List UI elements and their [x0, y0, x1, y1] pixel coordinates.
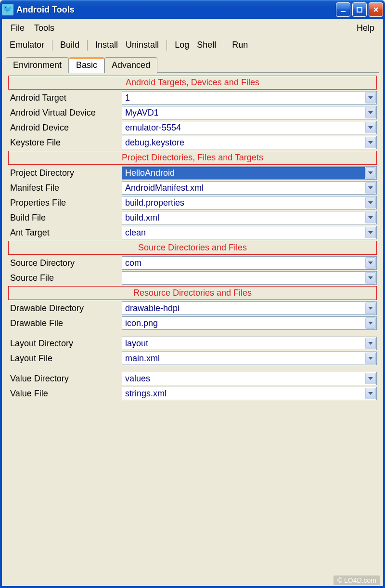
tab-basic[interactable]: Basic	[69, 57, 104, 73]
field-label: Android Virtual Device	[8, 108, 122, 118]
form-row: Properties Filebuild.properties	[8, 196, 377, 209]
combobox-value: MyAVD1	[122, 107, 365, 119]
chevron-down-icon[interactable]	[365, 167, 376, 179]
chevron-down-icon[interactable]	[365, 388, 376, 399]
field-label: Drawable Directory	[8, 303, 122, 314]
form-row: Source File	[8, 271, 377, 285]
chevron-down-icon[interactable]	[365, 227, 376, 238]
tab-environment[interactable]: Environment	[6, 57, 69, 73]
chevron-down-icon[interactable]	[365, 338, 376, 349]
combobox-value: 1	[122, 92, 365, 104]
form-row: Keystore Filedebug.keystore	[8, 136, 377, 149]
tabbar: Environment Basic Advanced	[2, 54, 383, 73]
chevron-down-icon[interactable]	[365, 272, 376, 284]
maximize-button[interactable]	[352, 2, 367, 17]
field-label: Android Target	[8, 93, 122, 103]
chevron-down-icon[interactable]	[365, 92, 376, 104]
toolbar-build[interactable]: Build	[57, 39, 82, 51]
chevron-down-icon[interactable]	[365, 317, 376, 329]
field-label: Source Directory	[8, 258, 122, 268]
chevron-down-icon[interactable]	[365, 107, 376, 118]
combobox[interactable]: AndroidManifest.xml	[122, 181, 377, 195]
toolbar-emulator[interactable]: Emulator	[7, 39, 47, 51]
chevron-down-icon[interactable]	[365, 257, 376, 269]
combobox[interactable]: build.properties	[122, 196, 377, 209]
separator	[167, 40, 167, 51]
combobox[interactable]: values	[122, 372, 377, 385]
section-header: Project Directories, Files and Targets	[8, 151, 377, 165]
toolbar-run[interactable]: Run	[229, 39, 251, 51]
section-header: Source Directories and Files	[8, 241, 377, 255]
combobox[interactable]: build.xml	[122, 211, 377, 224]
toolbar-install[interactable]: Install	[92, 39, 121, 51]
combobox[interactable]: MyAVD1	[122, 106, 377, 119]
field-label: Value File	[8, 389, 122, 399]
form-row: Drawable Directorydrawable-hdpi	[8, 301, 377, 315]
menubar: File Tools Help	[2, 19, 383, 36]
chevron-down-icon[interactable]	[365, 373, 376, 384]
combobox[interactable]: main.xml	[122, 352, 377, 365]
combobox[interactable]: icon.png	[122, 316, 377, 330]
combobox[interactable]: clean	[122, 226, 377, 239]
combobox[interactable]: com	[122, 256, 377, 270]
form-row: Build Filebuild.xml	[8, 211, 377, 224]
menu-file[interactable]: File	[6, 22, 29, 34]
combobox-value: emulator-5554	[122, 122, 365, 134]
toolbar-uninstall[interactable]: Uninstall	[123, 39, 162, 51]
combobox[interactable]: emulator-5554	[122, 121, 377, 134]
toolbar: Emulator Build Install Uninstall Log She…	[2, 36, 383, 54]
combobox[interactable]	[122, 271, 377, 285]
section-header: Resource Directories and Files	[8, 286, 377, 300]
chevron-down-icon[interactable]	[365, 197, 376, 209]
field-label: Keystore File	[8, 138, 122, 148]
close-button[interactable]	[369, 2, 383, 17]
form-row: Android Target1	[8, 91, 377, 105]
combobox-value: build.xml	[122, 212, 365, 224]
combobox-value: icon.png	[122, 317, 365, 329]
combobox-value: layout	[122, 338, 365, 350]
combobox-value: debug.keystore	[122, 137, 365, 149]
combobox[interactable]: drawable-hdpi	[122, 301, 377, 315]
field-label: Ant Target	[8, 228, 122, 238]
menu-tools[interactable]: Tools	[29, 22, 59, 34]
combobox[interactable]: layout	[122, 337, 377, 350]
form-row: Drawable Fileicon.png	[8, 316, 377, 330]
form-row: Value Filestrings.xml	[8, 387, 377, 400]
combobox-value: main.xml	[122, 353, 365, 365]
toolbar-shell[interactable]: Shell	[194, 39, 219, 51]
watermark: © LO4D.com	[334, 575, 380, 585]
combobox-value: AndroidManifest.xml	[122, 182, 365, 194]
field-label: Layout Directory	[8, 339, 122, 349]
window-title: Android Tools	[16, 5, 336, 15]
chevron-down-icon[interactable]	[365, 212, 376, 223]
form-row: Source Directorycom	[8, 256, 377, 270]
minimize-button[interactable]	[336, 2, 350, 17]
chevron-down-icon[interactable]	[365, 122, 376, 133]
chevron-down-icon[interactable]	[365, 182, 376, 194]
field-label: Value Directory	[8, 374, 122, 384]
toolbar-log[interactable]: Log	[172, 39, 192, 51]
field-label: Android Device	[8, 123, 122, 133]
chevron-down-icon[interactable]	[365, 137, 376, 148]
tab-panel-basic: Android Targets, Devices and FilesAndroi…	[6, 72, 379, 582]
field-label: Drawable File	[8, 318, 122, 328]
combobox[interactable]: 1	[122, 91, 377, 105]
app-icon	[2, 4, 13, 15]
form-row: Android Virtual DeviceMyAVD1	[8, 106, 377, 119]
form-row: Layout Directorylayout	[8, 337, 377, 350]
menu-help[interactable]: Help	[352, 22, 379, 34]
separator	[52, 40, 52, 51]
tab-advanced[interactable]: Advanced	[104, 57, 157, 73]
field-label: Source File	[8, 273, 122, 283]
combobox[interactable]: strings.xml	[122, 387, 377, 400]
svg-rect-1	[357, 7, 362, 12]
combobox[interactable]: HelloAndroid	[122, 166, 377, 180]
combobox[interactable]: debug.keystore	[122, 136, 377, 149]
separator	[87, 40, 88, 51]
combobox-value: strings.xml	[122, 388, 365, 400]
chevron-down-icon[interactable]	[365, 353, 376, 364]
section-header: Android Targets, Devices and Files	[8, 76, 377, 90]
field-label: Layout File	[8, 353, 122, 364]
chevron-down-icon[interactable]	[365, 302, 376, 314]
combobox-value: HelloAndroid	[122, 167, 365, 179]
